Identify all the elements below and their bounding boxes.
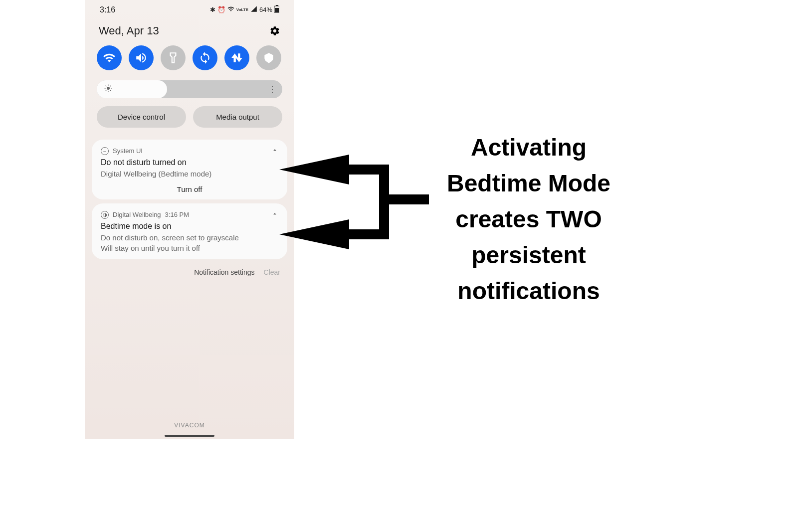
battery-icon: [274, 5, 279, 14]
date-label[interactable]: Wed, Apr 13: [99, 24, 159, 37]
annotation-arrows: [279, 155, 439, 264]
volte-icon: VoLTE: [236, 7, 248, 12]
brightness-menu-icon[interactable]: ⋮: [268, 85, 276, 94]
brightness-icon: [104, 84, 113, 95]
sound-toggle[interactable]: [129, 45, 154, 70]
media-output-button[interactable]: Media output: [193, 106, 282, 128]
bluetooth-icon: ✱: [210, 6, 215, 13]
panel-header: Wed, Apr 13: [85, 19, 294, 40]
chevron-up-icon[interactable]: [271, 210, 278, 219]
data-toggle[interactable]: [224, 45, 249, 70]
notification-app-name: Digital Wellbeing: [113, 211, 161, 218]
notification-title: Do not disturb turned on: [101, 158, 278, 167]
notification-line1: Do not disturb on, screen set to graysca…: [101, 232, 278, 243]
wifi-status-icon: [227, 5, 234, 14]
svg-rect-2: [275, 8, 279, 12]
notification-system-ui[interactable]: – System UI Do not disturb turned on Dig…: [92, 140, 287, 199]
notification-app-name: System UI: [113, 147, 143, 155]
notification-digital-wellbeing[interactable]: ◑ Digital Wellbeing 3:16 PM Bedtime mode…: [92, 203, 287, 259]
svg-rect-1: [276, 5, 278, 6]
chevron-up-icon[interactable]: [271, 147, 278, 155]
smartthings-toggle[interactable]: [256, 45, 281, 70]
notification-settings-link[interactable]: Notification settings: [194, 268, 254, 276]
brightness-fill: [97, 80, 167, 98]
brightness-slider[interactable]: ⋮: [97, 80, 282, 98]
svg-line-10: [106, 90, 107, 91]
svg-line-9: [110, 90, 111, 91]
svg-point-3: [107, 87, 110, 90]
notification-title: Bedtime mode is on: [101, 222, 278, 231]
status-icons: ✱ ⏰ VoLTE 64%: [210, 5, 279, 14]
notification-header: – System UI: [101, 147, 278, 155]
phone-screenshot: 3:16 ✱ ⏰ VoLTE 64% Wed, Apr 13: [85, 0, 294, 439]
carrier-label: VIVACOM: [85, 422, 294, 429]
annotation-text: Activating Bedtime Mode creates TWO pers…: [434, 130, 623, 309]
notification-footer: Notification settings Clear: [85, 263, 294, 281]
status-time: 3:16: [100, 5, 115, 14]
nav-handle[interactable]: [165, 435, 214, 437]
svg-line-11: [110, 86, 111, 87]
flashlight-toggle[interactable]: [161, 45, 186, 70]
turn-off-action[interactable]: Turn off: [101, 185, 278, 193]
wifi-toggle[interactable]: [97, 45, 122, 70]
notification-subtitle: Digital Wellbeing (Bedtime mode): [101, 169, 278, 179]
status-bar: 3:16 ✱ ⏰ VoLTE 64%: [85, 0, 294, 19]
signal-icon: [250, 5, 257, 14]
svg-line-8: [106, 86, 107, 87]
dnd-icon: –: [101, 147, 109, 155]
control-pills: Device control Media output: [85, 103, 294, 136]
notification-time: 3:16 PM: [165, 211, 189, 218]
clear-link[interactable]: Clear: [264, 268, 280, 276]
settings-gear-icon[interactable]: [269, 25, 280, 36]
rotate-toggle[interactable]: [193, 45, 217, 70]
bedtime-icon: ◑: [101, 211, 109, 219]
notification-line2: Will stay on until you turn it off: [101, 243, 278, 253]
quick-toggles: [85, 40, 294, 75]
notification-header: ◑ Digital Wellbeing 3:16 PM: [101, 210, 278, 219]
alarm-icon: ⏰: [217, 6, 225, 13]
device-control-button[interactable]: Device control: [97, 106, 186, 128]
battery-text: 64%: [259, 6, 272, 13]
